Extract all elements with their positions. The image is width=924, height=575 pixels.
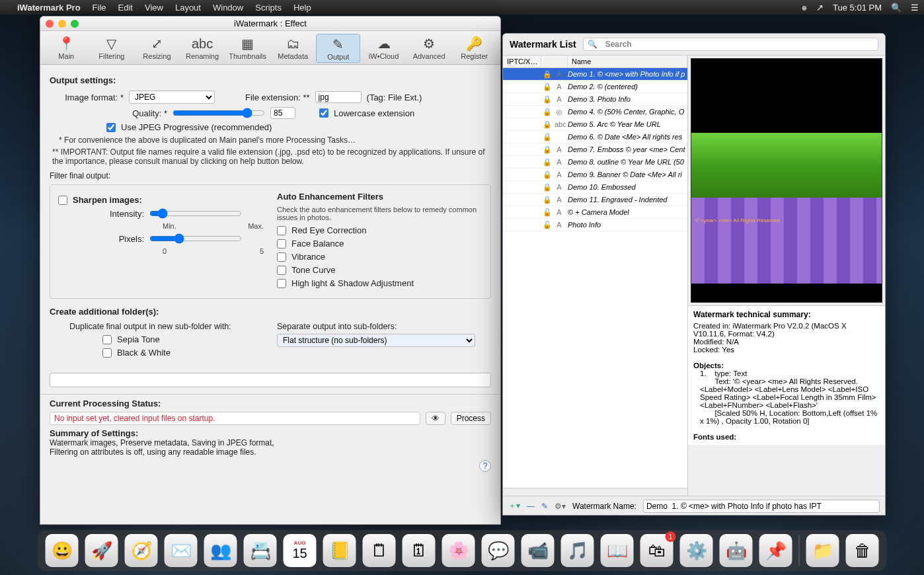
dock-app-4[interactable]: 👥 xyxy=(204,534,237,567)
toolbar-iw•cloud[interactable]: ☁iW•Cloud xyxy=(362,34,406,63)
app-menu[interactable]: iWatermark Pro xyxy=(17,3,81,13)
sepia-checkbox[interactable] xyxy=(102,335,112,344)
menu-edit[interactable]: Edit xyxy=(118,3,133,13)
dock-app-10[interactable]: 🌸 xyxy=(442,534,475,567)
lowercase-checkbox[interactable] xyxy=(319,108,328,118)
watermark-row[interactable]: 🔒Demo 6. © Date <Me> All rights res xyxy=(503,131,687,143)
dock-app-18[interactable]: 📌 xyxy=(759,534,792,567)
filter-checkbox[interactable] xyxy=(277,252,286,262)
process-button[interactable]: Process xyxy=(451,412,491,425)
filter-checkbox[interactable] xyxy=(277,226,286,235)
search-field[interactable]: 🔍Search xyxy=(583,38,878,51)
dock-app-13[interactable]: 🎵 xyxy=(561,534,594,567)
row-name: Demo 8. outline © Year Me URL (50 xyxy=(568,158,684,166)
dock-app-15[interactable]: 🛍1 xyxy=(640,534,674,567)
dock-app-9[interactable]: 🗓 xyxy=(403,534,436,567)
bottom-text-input[interactable] xyxy=(50,373,491,387)
help-button[interactable]: ? xyxy=(479,460,491,472)
menu-help[interactable]: Help xyxy=(293,3,311,13)
toolbar-main[interactable]: 📍Main xyxy=(44,34,89,63)
filter-checkbox[interactable] xyxy=(277,266,286,275)
wm-name-input[interactable] xyxy=(643,500,880,513)
dock-app-7[interactable]: 📒 xyxy=(323,534,356,567)
bw-checkbox[interactable] xyxy=(102,348,112,358)
watermark-row[interactable]: 🔒◎Demo 4. © (50% Center, Graphic, O xyxy=(503,106,687,118)
edit-button[interactable]: ✎ xyxy=(541,502,548,511)
jpeg-progressive-checkbox[interactable] xyxy=(106,123,116,132)
dock-app-2[interactable]: 🧭 xyxy=(125,534,158,567)
dock-app-19[interactable]: 📁 xyxy=(806,534,839,567)
dock-app-20[interactable]: 🗑 xyxy=(846,534,879,567)
spotlight-icon[interactable]: 🔍 xyxy=(891,3,902,13)
col-name[interactable]: Name xyxy=(568,56,687,67)
toolbar-output[interactable]: ✎Output xyxy=(316,34,360,63)
menubar: iWatermark Pro File Edit View Layout Win… xyxy=(0,0,924,15)
toolbar-register[interactable]: 🔑Register xyxy=(452,34,496,63)
watermark-row[interactable]: 🔒ADemo 1. © <me> with Photo Info if p xyxy=(503,68,687,81)
menu-extras-icon[interactable]: ☰ xyxy=(911,3,919,13)
status-icon-1[interactable]: ⎈ xyxy=(802,3,807,13)
toolbar-thumbnails[interactable]: ▦Thumbnails xyxy=(225,34,270,63)
col-iptc[interactable]: IPTC/X… xyxy=(503,56,541,67)
tech-object-1: 1. type: Text Text: '© <year> <me> All R… xyxy=(700,369,880,425)
watermark-row[interactable]: 🔒ADemo 11. Engraved - Indented xyxy=(503,194,687,206)
separate-select[interactable]: Flat structure (no sub-folders) xyxy=(277,334,475,347)
dock-app-11[interactable]: 💬 xyxy=(482,534,515,567)
dock-app-6[interactable]: AUG15 xyxy=(284,534,317,567)
quality-value-input[interactable] xyxy=(270,107,295,119)
menu-window[interactable]: Window xyxy=(213,3,243,13)
menu-view[interactable]: View xyxy=(145,3,163,13)
dock-app-12[interactable]: 📹 xyxy=(521,534,555,567)
dock-app-17[interactable]: 🤖 xyxy=(720,534,753,567)
filter-checkbox[interactable] xyxy=(277,279,286,288)
watermark-row[interactable]: 🔓APhoto Info xyxy=(503,219,687,231)
toolbar-resizing[interactable]: ⤢Resizing xyxy=(135,34,179,63)
watermark-row[interactable]: 🔒ADemo 7. Emboss © year <me> Cent xyxy=(503,143,687,156)
dock-app-14[interactable]: 📖 xyxy=(601,534,634,567)
dock-app-0[interactable]: 😀 xyxy=(46,534,79,567)
filter-checkbox[interactable] xyxy=(277,239,286,249)
image-format-select[interactable]: JPEG xyxy=(129,91,215,104)
watermark-row[interactable]: 🔓A© + Camera Model xyxy=(503,206,687,219)
pixels-slider[interactable] xyxy=(149,233,242,244)
toolbar-icon: ✎ xyxy=(325,36,352,53)
status-icon-2[interactable]: ↗ xyxy=(816,3,824,13)
zoom-button[interactable] xyxy=(71,20,79,28)
dock-app-16[interactable]: ⚙️ xyxy=(680,534,713,567)
dock-app-5[interactable]: 📇 xyxy=(244,534,277,567)
pixels-5: 5 xyxy=(260,247,264,255)
remove-button[interactable]: — xyxy=(527,502,535,511)
close-button[interactable] xyxy=(46,20,54,28)
titlebar[interactable]: iWatermark : Effect xyxy=(40,17,500,31)
toolbar-advanced[interactable]: ⚙Advanced xyxy=(407,34,451,63)
toolbar-metadata[interactable]: 🗂Metadata xyxy=(271,34,315,63)
col-blank[interactable] xyxy=(541,56,568,67)
toolbar-filtering[interactable]: ▽Filtering xyxy=(90,34,134,63)
watermark-row[interactable]: 🔒ADemo 3. Photo Info xyxy=(503,93,687,106)
menu-layout[interactable]: Layout xyxy=(175,3,201,13)
file-ext-input[interactable] xyxy=(315,91,362,103)
watermark-row[interactable]: 🔒ADemo 9. Banner © Date <Me> All ri xyxy=(503,169,687,181)
lock-icon: 🔒 xyxy=(543,120,551,129)
intensity-slider[interactable] xyxy=(149,208,242,219)
minimize-button[interactable] xyxy=(58,20,66,28)
dock-app-8[interactable]: 🗒 xyxy=(363,534,396,567)
dock-app-3[interactable]: ✉️ xyxy=(165,534,198,567)
toolbar-renaming[interactable]: abcRenaming xyxy=(180,34,225,63)
quality-slider[interactable] xyxy=(173,108,265,118)
dock-app-1[interactable]: 🚀 xyxy=(85,534,118,567)
toolbar-icon: ⚙ xyxy=(416,35,442,52)
watermark-row[interactable]: 🔒ADemo 2. © (centered) xyxy=(503,81,687,93)
menu-scripts[interactable]: Scripts xyxy=(255,3,282,13)
row-name: Demo 3. Photo Info xyxy=(568,95,631,103)
sharpen-checkbox[interactable] xyxy=(58,196,67,205)
list-scrollbar[interactable] xyxy=(503,488,687,496)
gear-button[interactable]: ⚙▾ xyxy=(555,502,566,511)
menu-file[interactable]: File xyxy=(93,3,106,13)
menubar-clock[interactable]: Tue 5:01 PM xyxy=(833,3,882,13)
add-button[interactable]: ＋▾ xyxy=(508,500,520,512)
watermark-row[interactable]: 🔒abcDemo 5. Arc © Year Me URL xyxy=(503,118,687,131)
preview-button[interactable]: 👁 xyxy=(426,412,445,425)
watermark-row[interactable]: 🔒ADemo 8. outline © Year Me URL (50 xyxy=(503,156,687,169)
watermark-row[interactable]: 🔒ADemo 10. Embossed xyxy=(503,181,687,194)
